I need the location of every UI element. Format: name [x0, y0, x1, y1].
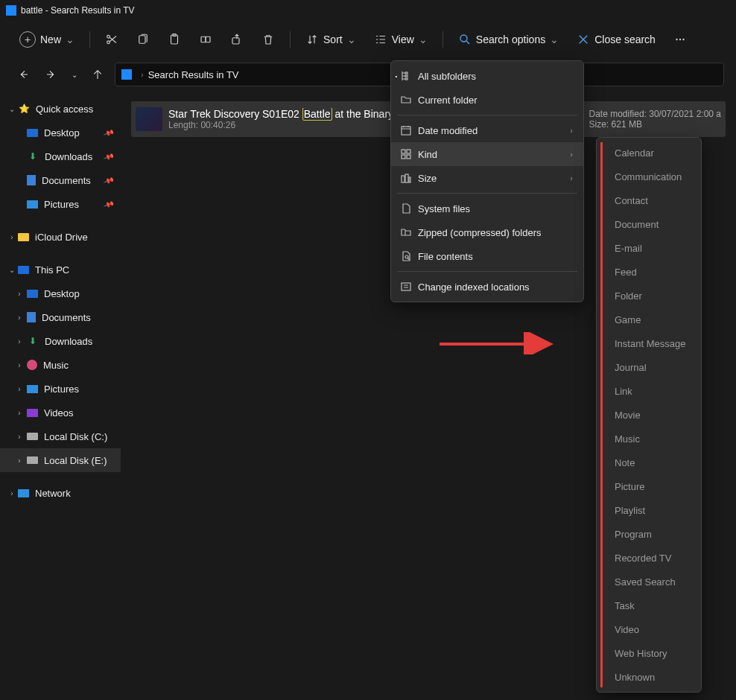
chevron-right-icon[interactable]: › — [15, 433, 24, 441]
svg-rect-2 — [139, 36, 145, 44]
kind-option-calendar[interactable]: Calendar — [597, 141, 701, 165]
share-button[interactable] — [224, 27, 250, 52]
copy-icon — [136, 33, 150, 46]
kind-option-video[interactable]: Video — [597, 617, 701, 641]
address-text: Search Results in TV — [148, 69, 239, 80]
chevron-down-icon[interactable]: ⌄ — [7, 105, 16, 113]
delete-button[interactable] — [256, 27, 281, 52]
chevron-down-icon[interactable]: ⌄ — [7, 266, 16, 274]
sidebar-qa-downloads[interactable]: ⬇ Downloads 📌 — [0, 144, 121, 168]
kind-option-program[interactable]: Program — [597, 522, 701, 546]
new-button[interactable]: + New ⌄ — [13, 27, 80, 52]
size-icon — [400, 172, 412, 184]
cut-button[interactable] — [99, 27, 124, 52]
menu-size[interactable]: Size › — [391, 166, 583, 190]
back-button[interactable] — [12, 63, 34, 86]
paste-button[interactable] — [162, 27, 187, 52]
kind-option-journal[interactable]: Journal — [597, 355, 701, 379]
svg-rect-18 — [402, 155, 405, 159]
kind-option-web-history[interactable]: Web History — [597, 641, 701, 665]
chevron-right-icon[interactable]: › — [15, 290, 24, 298]
picture-icon — [27, 385, 38, 393]
svg-point-11 — [682, 39, 684, 40]
sidebar-network[interactable]: › Network — [0, 481, 121, 505]
navigation-row: ⌄ › Search Results in TV — [0, 58, 736, 91]
svg-rect-20 — [402, 176, 405, 182]
chevron-right-icon[interactable]: › — [15, 456, 24, 465]
sidebar-pc-pictures[interactable]: › Pictures — [0, 377, 121, 401]
kind-option-document[interactable]: Document — [597, 212, 701, 236]
menu-current-folder[interactable]: Current folder — [391, 88, 583, 112]
svg-rect-12 — [405, 72, 407, 74]
sidebar-icloud-drive[interactable]: › iCloud Drive — [0, 225, 121, 249]
copy-button[interactable] — [130, 27, 156, 52]
menu-system-files[interactable]: System files — [391, 197, 583, 220]
pin-icon: 📌 — [103, 198, 115, 209]
kind-option-feed[interactable]: Feed — [597, 260, 701, 284]
kind-option-contact[interactable]: Contact — [597, 188, 701, 212]
sort-button[interactable]: Sort ⌄ — [299, 27, 362, 52]
sidebar-pc-desktop[interactable]: › Desktop — [0, 281, 121, 305]
chevron-right-icon[interactable]: › — [7, 233, 16, 241]
sort-icon — [305, 33, 319, 46]
kind-option-link[interactable]: Link — [597, 379, 701, 403]
view-button[interactable]: View ⌄ — [368, 27, 434, 52]
kind-option-communication[interactable]: Communication — [597, 165, 701, 188]
kind-option-game[interactable]: Game — [597, 308, 701, 331]
kind-option-playlist[interactable]: Playlist — [597, 498, 701, 522]
sidebar-pc-videos[interactable]: › Videos — [0, 401, 121, 424]
sidebar-qa-desktop[interactable]: Desktop 📌 — [0, 121, 121, 144]
kind-option-movie[interactable]: Movie — [597, 403, 701, 427]
sidebar-pc-local-disk-e[interactable]: › Local Disk (E:) — [0, 448, 121, 472]
sidebar-qa-documents[interactable]: Documents 📌 — [0, 168, 121, 192]
chevron-right-icon[interactable]: › — [15, 314, 24, 322]
menu-file-contents[interactable]: File contents — [391, 244, 583, 268]
sidebar-pc-music[interactable]: › Music — [0, 353, 121, 377]
pin-icon: 📌 — [103, 174, 115, 185]
titlebar: battle - Search Results in TV — [0, 0, 736, 21]
kind-option-e-mail[interactable]: E-mail — [597, 236, 701, 260]
location-icon — [121, 69, 132, 80]
svg-rect-16 — [402, 150, 405, 153]
kind-option-note[interactable]: Note — [597, 451, 701, 474]
sidebar-pc-downloads[interactable]: › ⬇ Downloads — [0, 329, 121, 353]
zip-icon — [400, 226, 412, 238]
menu-zipped-folders[interactable]: Zipped (compressed) folders — [391, 220, 583, 244]
more-button[interactable] — [667, 27, 693, 52]
rename-button[interactable] — [193, 27, 218, 52]
svg-rect-15 — [402, 127, 410, 135]
recent-locations-button[interactable]: ⌄ — [69, 71, 80, 79]
kind-option-recorded-tv[interactable]: Recorded TV — [597, 546, 701, 570]
kind-option-folder[interactable]: Folder — [597, 284, 701, 308]
kind-option-music[interactable]: Music — [597, 427, 701, 451]
close-search-button[interactable]: Close search — [571, 27, 662, 52]
chevron-right-icon[interactable]: › — [15, 409, 24, 417]
search-options-button[interactable]: Search options ⌄ — [452, 27, 565, 52]
chevron-right-icon[interactable]: › — [15, 361, 24, 369]
pc-icon — [18, 266, 29, 274]
view-label: View — [392, 34, 414, 45]
sidebar-quick-access[interactable]: ⌄ ⭐ Quick access — [0, 97, 121, 121]
close-search-label: Close search — [594, 34, 656, 45]
chevron-right-icon[interactable]: › — [15, 337, 24, 346]
chevron-right-icon[interactable]: › — [7, 489, 16, 497]
menu-date-modified[interactable]: Date modified › — [391, 118, 583, 142]
video-icon — [27, 409, 38, 417]
kind-option-task[interactable]: Task — [597, 594, 701, 617]
menu-kind[interactable]: Kind › — [391, 142, 583, 166]
chevron-right-icon[interactable]: › — [15, 385, 24, 393]
svg-rect-5 — [201, 36, 206, 42]
kind-option-picture[interactable]: Picture — [597, 474, 701, 498]
kind-option-saved-search[interactable]: Saved Search — [597, 570, 701, 594]
menu-all-subfolders[interactable]: • All subfolders — [391, 64, 583, 88]
sidebar-qa-pictures[interactable]: Pictures 📌 — [0, 192, 121, 216]
sidebar-pc-local-disk-c[interactable]: › Local Disk (C:) — [0, 424, 121, 448]
up-button[interactable] — [86, 63, 109, 86]
menu-change-indexed[interactable]: Change indexed locations — [391, 275, 583, 299]
result-metadata: Date modified: 30/07/2021 2:00 a Size: 6… — [589, 109, 721, 130]
forward-button[interactable] — [40, 63, 63, 86]
kind-option-unknown[interactable]: Unknown — [597, 665, 701, 689]
sidebar-this-pc[interactable]: ⌄ This PC — [0, 258, 121, 281]
sidebar-pc-documents[interactable]: › Documents — [0, 305, 121, 329]
kind-option-instant-message[interactable]: Instant Message — [597, 331, 701, 355]
